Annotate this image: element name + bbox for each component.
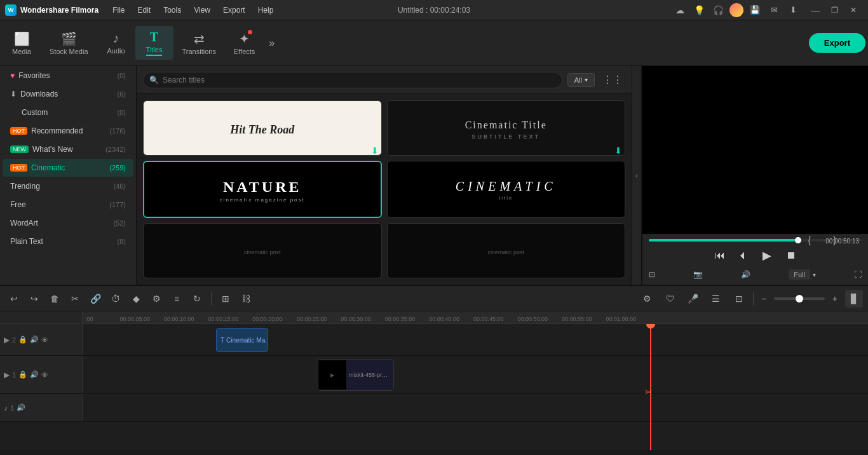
title-card-4[interactable]: CINEMATIC title Cinematic Magazine Post.… xyxy=(387,161,626,217)
menu-export[interactable]: Export xyxy=(217,3,252,17)
track-a1-audio[interactable]: 🔊 xyxy=(17,404,25,412)
menu-help[interactable]: Help xyxy=(252,3,280,17)
undo-button[interactable]: ↩ xyxy=(5,290,23,308)
tool-stock-media[interactable]: 🎬 Stock Media xyxy=(41,27,97,59)
sidebar-item-plain-text[interactable]: Plain Text (8) xyxy=(3,233,133,250)
title-card-6[interactable]: cinematic post Cinematic Magazine Post..… xyxy=(387,223,626,278)
main-toolbar: ⬜ Media 🎬 Stock Media ♪ Audio T Titles ⇄… xyxy=(0,20,868,66)
close-button[interactable]: ✕ xyxy=(844,3,863,18)
play-button[interactable]: ▶ xyxy=(757,245,777,266)
toolbar-more-button[interactable]: » xyxy=(264,34,280,53)
search-input[interactable] xyxy=(143,72,562,88)
sidebar-item-cinematic[interactable]: HOT Cinematic (259) xyxy=(3,159,133,177)
filter-all-button[interactable]: All ▾ xyxy=(567,73,595,87)
refresh-button[interactable]: ↻ xyxy=(188,290,206,308)
link-button[interactable]: 🔗 xyxy=(86,290,104,308)
panel-collapse-arrow[interactable]: ‹ xyxy=(632,66,642,285)
tl-mic-button[interactable]: 🎤 xyxy=(684,290,702,308)
zoom-slider-wrap[interactable] xyxy=(774,297,825,300)
grid-toggle-icon[interactable]: ⋮⋮ xyxy=(600,71,625,88)
tool-effects[interactable]: ✦ Effects xyxy=(225,27,264,59)
volume-button[interactable]: 🔊 xyxy=(741,270,750,279)
zoom-in-button[interactable]: + xyxy=(830,292,840,305)
track-a1-num: 1 xyxy=(10,404,14,412)
clip-video[interactable]: ▶ mixkit-458-preview xyxy=(318,359,394,391)
speed-button[interactable]: ⏱ xyxy=(107,290,125,308)
save-icon[interactable]: 💾 xyxy=(747,3,763,18)
sidebar-item-whats-new[interactable]: NEW What's New (2342) xyxy=(3,140,133,158)
minimize-button[interactable]: — xyxy=(806,3,825,18)
delete-button[interactable]: 🗑 xyxy=(46,290,64,308)
titles-label: Titles xyxy=(146,46,163,56)
cinematic-count: (259) xyxy=(109,164,126,172)
menu-file[interactable]: File xyxy=(106,3,131,17)
skip-back-button[interactable]: ⏮ xyxy=(711,247,729,264)
menu-edit[interactable]: Edit xyxy=(131,3,157,17)
sidebar-item-custom[interactable]: Custom (0) xyxy=(3,104,133,121)
sidebar-item-favorites[interactable]: ♥ Favorites (0) xyxy=(3,67,133,85)
custom-label: Custom xyxy=(22,108,118,117)
color-button[interactable]: ◆ xyxy=(127,290,145,308)
sidebar-item-wordart[interactable]: WordArt (52) xyxy=(3,214,133,232)
track-v1-icon: ▶ xyxy=(4,370,10,379)
progress-bar-wrap[interactable]: { } 00:00:50:13 xyxy=(649,239,862,241)
track-v2-eye[interactable]: 👁 xyxy=(41,336,48,344)
titles-grid: Hit The Road ⬇ Cinematic Magazine Post..… xyxy=(137,94,632,285)
menu-view[interactable]: View xyxy=(187,3,217,17)
settings-button[interactable]: ⚙ xyxy=(147,290,165,308)
link2-button[interactable]: ⛓ xyxy=(237,290,255,308)
export-button[interactable]: Export xyxy=(809,33,865,53)
trending-count: (46) xyxy=(113,182,126,190)
search-input-wrap: 🔍 xyxy=(143,72,562,88)
snapshot-button[interactable]: 📷 xyxy=(693,270,703,279)
maximize-button[interactable]: ❐ xyxy=(825,3,844,18)
track-v2-lock[interactable]: 🔒 xyxy=(18,336,27,344)
sidebar-item-trending[interactable]: Trending (46) xyxy=(3,177,133,195)
track-v2-audio[interactable]: 🔊 xyxy=(30,336,39,344)
fit-window-button[interactable]: ⊡ xyxy=(649,270,655,279)
tool-audio[interactable]: ♪ Audio xyxy=(97,27,135,58)
zoom-chevron-icon[interactable]: ▾ xyxy=(813,271,816,278)
tool-titles[interactable]: T Titles xyxy=(135,26,173,60)
zoom-out-button[interactable]: − xyxy=(759,292,769,305)
tool-media[interactable]: ⬜ Media xyxy=(3,27,41,59)
tool-transitions[interactable]: ⇄ Transitions xyxy=(173,27,225,59)
fullscreen-button[interactable]: ⛶ xyxy=(854,270,862,279)
download-icon[interactable]: ⬇ xyxy=(785,3,801,18)
tl-shield-button[interactable]: 🛡 xyxy=(661,290,679,308)
hot-tag-recommended: HOT xyxy=(10,127,27,135)
cut-button[interactable]: ✂ xyxy=(66,290,84,308)
track-v1-audio[interactable]: 🔊 xyxy=(30,370,39,379)
tl-menu-button[interactable]: ☰ xyxy=(707,290,725,308)
zoom-label[interactable]: Full xyxy=(789,269,810,280)
transitions-label: Transitions xyxy=(182,48,216,55)
title-card-2[interactable]: Cinematic Title SUBTITLE TEXT ⬇ Cinemati… xyxy=(387,100,626,156)
favorites-count: (0) xyxy=(118,72,126,79)
track-v1-eye[interactable]: 👁 xyxy=(41,371,48,379)
menu-tools[interactable]: Tools xyxy=(157,3,187,17)
track-v1-lock[interactable]: 🔒 xyxy=(18,370,27,379)
title-card-5[interactable]: cinematic post Cinematic Magazine Post..… xyxy=(143,223,382,278)
sidebar-item-free[interactable]: Free (177) xyxy=(3,196,133,214)
cloud-icon[interactable]: ☁ xyxy=(672,3,688,18)
headphone-icon[interactable]: 🎧 xyxy=(710,3,726,18)
window-controls: — ❐ ✕ xyxy=(806,3,863,18)
clip-title[interactable]: T Cinematic Ma... xyxy=(216,328,268,352)
redo-button[interactable]: ↪ xyxy=(25,290,43,308)
search-icon: 🔍 xyxy=(149,76,159,85)
bulb-icon[interactable]: 💡 xyxy=(691,3,707,18)
title-card-1[interactable]: Hit The Road ⬇ Cinematic Magazine Post..… xyxy=(143,100,382,156)
sidebar-item-recommended[interactable]: HOT Recommended (176) xyxy=(3,122,133,140)
levels-button[interactable]: ≡ xyxy=(168,290,186,308)
frame-back-button[interactable]: ⏴ xyxy=(734,247,752,264)
message-icon[interactable]: ✉ xyxy=(766,3,782,18)
stop-button[interactable]: ⏹ xyxy=(782,247,800,264)
sidebar-item-downloads[interactable]: ⬇ Downloads (6) xyxy=(3,85,133,103)
timeline-ruler: :00 00:00:05:00 00:00:10:00 00:00:15:00 … xyxy=(0,311,868,324)
title-card-3[interactable]: NATURE cinematic magazine post Cinematic… xyxy=(143,161,382,217)
avatar[interactable] xyxy=(729,3,743,17)
tl-settings-button[interactable]: ⚙ xyxy=(639,290,656,308)
tl-snap-button[interactable]: ⊡ xyxy=(730,290,748,308)
tl-extra-button[interactable]: ▊ xyxy=(845,290,863,308)
add-track-button[interactable]: ⊞ xyxy=(217,290,234,308)
